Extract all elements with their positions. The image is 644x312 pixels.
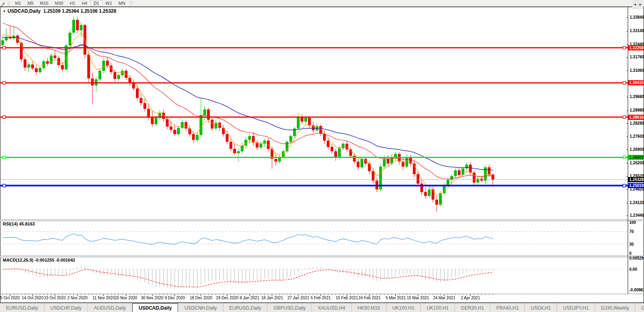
- price-tick-mark: [627, 189, 628, 190]
- hline-price-tag: 1.26503: [628, 155, 644, 160]
- hline-handle[interactable]: [3, 81, 6, 84]
- date-label: 29 Dec 2020: [216, 296, 239, 300]
- price-tick-label: 1.28980: [630, 108, 644, 113]
- timeframe-button-H1[interactable]: H1: [66, 0, 78, 6]
- chart-tab-EURUSD-Daily[interactable]: EURUSD,Daily: [0, 303, 44, 312]
- timeframe-toolbar: ▾ M1M5M15M30H1H4D1W1MN: [0, 0, 644, 7]
- date-label: 14 Oct 2020: [22, 296, 43, 300]
- hline-handle[interactable]: [623, 184, 626, 187]
- hline-handle[interactable]: [3, 46, 6, 49]
- trading-terminal-window: ▾ M1M5M15M30H1H4D1W1MN ▼USDCAD,Daily 1.2…: [0, 0, 644, 312]
- hline-price-tag: 1.28616: [628, 115, 644, 120]
- tab-scroll-left-icon[interactable]: ◄: [633, 3, 636, 6]
- rsi-tick-label: 30: [629, 242, 634, 247]
- hline-price-tag: 1.32258: [628, 45, 644, 50]
- date-label: 18 Dec 2020: [190, 296, 213, 300]
- chart-tab-UK100-H1[interactable]: UK100,H1: [387, 303, 421, 312]
- timeframe-button-M15[interactable]: M15: [37, 0, 52, 6]
- timeframe-button-D1[interactable]: D1: [91, 0, 102, 6]
- hline-handle[interactable]: [623, 46, 626, 49]
- price-tick-mark: [627, 163, 628, 164]
- price-tick-label: 1.27600: [630, 134, 644, 139]
- hline-handle[interactable]: [623, 116, 626, 119]
- hline-handle[interactable]: [3, 116, 6, 119]
- date-label: 20 Nov 2020: [115, 296, 137, 300]
- hline-price-tag: 1.25019: [628, 183, 644, 188]
- price-tick-label: 1.26900: [630, 147, 644, 152]
- price-tick-label: 1.23440: [630, 213, 644, 218]
- chart-tab-XAUUSD-H4[interactable]: XAUUSD,H4: [312, 303, 352, 312]
- macd-tick-label: -0.009816: [629, 288, 644, 292]
- rsi-line: [3, 234, 493, 245]
- rsi-pane[interactable]: [0, 221, 628, 256]
- date-label: 27 Jan 2021: [287, 296, 309, 300]
- chart-tab-GER30-H1[interactable]: GER30,H1: [455, 303, 490, 312]
- chart-tab-USDCNH-Daily[interactable]: USDCNH,Daily: [178, 303, 223, 312]
- price-tick-label: 1.33140: [630, 29, 644, 33]
- price-tick-label: 1.33840: [630, 15, 644, 20]
- date-label: 2 Apr 2021: [461, 296, 480, 300]
- macd-pane[interactable]: [0, 257, 628, 294]
- timeframe-button-W1[interactable]: W1: [102, 0, 116, 6]
- date-label: 24 Feb 2021: [358, 296, 381, 300]
- chart-tab-USDCHF-Daily[interactable]: USDCHF,Daily: [44, 303, 88, 312]
- date-label: 2 Nov 2020: [67, 296, 87, 300]
- macd-histogram: [3, 265, 493, 289]
- price-tick-mark: [627, 123, 628, 124]
- hline-handle[interactable]: [623, 81, 626, 84]
- macd-tick-label: 0.00: [629, 267, 637, 272]
- date-label: 5 Feb 2021: [311, 296, 331, 300]
- rsi-label: RSI(14) 45.8163: [3, 221, 35, 226]
- price-tick-label: 1.24120: [630, 200, 644, 205]
- date-label: 15 Feb 2021: [336, 296, 358, 300]
- date-label: 18 Jan 2021: [261, 296, 283, 300]
- hline-handle[interactable]: [3, 184, 6, 187]
- date-label: 11 Nov 2020: [93, 296, 115, 300]
- chart-title-ohlc: 1.25109 1.25364 1.25106 1.25328: [43, 8, 116, 14]
- date-label: 8 Jan 2021: [240, 296, 259, 300]
- chart-tab-USDCAD-Daily[interactable]: USDCAD,Daily: [132, 303, 178, 312]
- chart-tab-HK50-M15[interactable]: HK50,M15: [352, 303, 387, 312]
- price-tick-mark: [627, 176, 628, 177]
- chart-tab-EURUSD-Daily[interactable]: EURUSD,Daily: [223, 303, 268, 312]
- chart-tab-CHINA300-H1[interactable]: CHINA300,H1: [635, 303, 644, 312]
- toolbar-grip[interactable]: [8, 1, 10, 6]
- chart-tab-FRA40-H1[interactable]: FRA40,H1: [490, 303, 525, 312]
- price-tick-mark: [627, 71, 628, 71]
- chart-tab-GBPUSD-Daily[interactable]: GBPUSD,Daily: [267, 303, 312, 312]
- rsi-tick-label: 70: [629, 229, 634, 234]
- price-tick-mark: [627, 110, 628, 111]
- price-tick-label: 1.29680: [630, 94, 644, 99]
- title-marker-icon[interactable]: ▼: [3, 10, 6, 13]
- tab-scroll-right-icon[interactable]: ►: [639, 3, 642, 6]
- chart-title-symbol: USDCAD,Daily: [8, 8, 41, 14]
- chart-tab-AUDUSD-Daily[interactable]: AUDUSD,Daily: [88, 303, 132, 312]
- date-label: 15 Mar 2021: [407, 296, 429, 300]
- macd-label: MACD(12,26,9) -0.001255 -0.001042: [3, 258, 75, 262]
- price-tick-mark: [627, 31, 628, 31]
- chart-tab-USOil-H1[interactable]: USOil,H1: [525, 303, 557, 312]
- price-tick-mark: [627, 137, 628, 137]
- timeframe-button-MN[interactable]: MN: [115, 0, 128, 6]
- hline-handle[interactable]: [3, 156, 6, 159]
- price-tick-label: 1.26200: [630, 161, 644, 166]
- chart-tab-bar: EURUSD,DailyUSDCHF,DailyAUDUSD,DailyUSDC…: [0, 303, 644, 312]
- main-chart-pane[interactable]: [0, 7, 628, 220]
- timeframe-button-M1[interactable]: M1: [12, 0, 24, 6]
- price-tick-mark: [627, 150, 628, 150]
- macd-signal-line: [3, 269, 493, 287]
- timeframe-button-M30[interactable]: M30: [52, 0, 66, 6]
- price-tick-mark: [627, 44, 628, 45]
- timeframe-button-M5[interactable]: M5: [24, 0, 37, 6]
- timeframe-button-H4[interactable]: H4: [78, 0, 90, 6]
- toolbar-grip-2[interactable]: [130, 1, 132, 6]
- line-studies-group[interactable]: ▾: [0, 0, 6, 6]
- price-tick-mark: [627, 17, 628, 18]
- chart-tab-DJ30-Weekly[interactable]: DJ30,Weekly: [595, 303, 635, 312]
- chart-tab-UK100-H1[interactable]: UK100,H1: [421, 303, 455, 312]
- chart-tab-USDJPY-H1[interactable]: USDJPY,H1: [557, 303, 595, 312]
- ma-slow-line: [3, 37, 493, 170]
- hline-handle[interactable]: [623, 156, 626, 159]
- price-tick-mark: [627, 203, 628, 203]
- hline-price-tag: 1.30415: [628, 80, 644, 85]
